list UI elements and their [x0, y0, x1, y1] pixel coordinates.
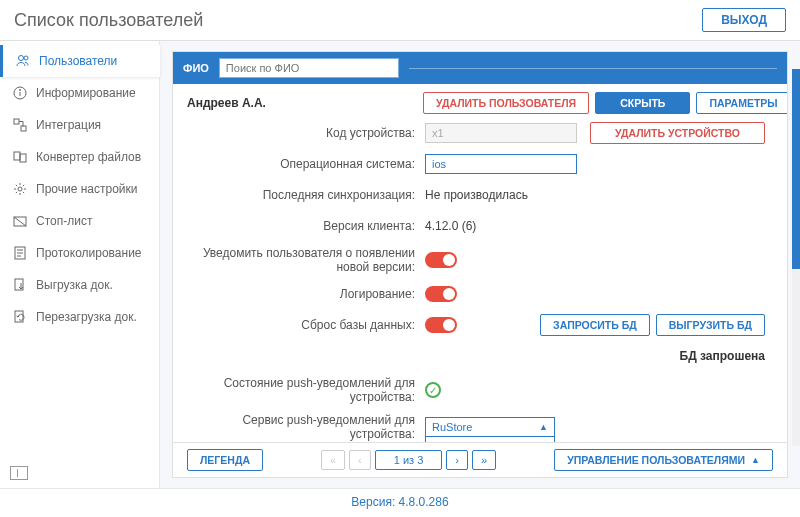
sidebar-item-other[interactable]: Прочие настройки [0, 173, 159, 205]
svg-point-1 [24, 56, 28, 60]
exit-button[interactable]: ВЫХОД [702, 8, 786, 32]
svg-line-11 [14, 217, 26, 226]
os-label: Операционная система: [187, 157, 425, 171]
search-input[interactable] [219, 58, 399, 78]
toolbar: ФИО [173, 52, 787, 84]
chevron-up-icon: ▲ [751, 455, 760, 465]
gear-icon [12, 181, 28, 197]
version-bar: Версия: 4.8.0.286 [0, 488, 800, 515]
sidebar-item-converter[interactable]: Конвертер файлов [0, 141, 159, 173]
db-status-text: БД запрошена [680, 349, 766, 363]
last-sync-label: Последняя синхронизация: [187, 188, 425, 202]
svg-rect-5 [14, 119, 19, 124]
last-sync-value: Не производилась [425, 188, 555, 202]
sidebar-item-logging[interactable]: Протоколирование [0, 237, 159, 269]
toolbar-label: ФИО [183, 62, 209, 74]
push-state-label: Состояние push-уведомлений для устройств… [187, 376, 425, 404]
stoplist-icon [12, 213, 28, 229]
page-indicator: 1 из 3 [375, 450, 443, 470]
delete-device-button[interactable]: УДАЛИТЬ УСТРОЙСТВО [590, 122, 765, 144]
converter-icon [12, 149, 28, 165]
svg-rect-7 [14, 152, 20, 160]
sidebar-item-label: Стоп-лист [36, 214, 92, 228]
page-next-button[interactable]: › [446, 450, 468, 470]
sidebar: Пользователи Информирование Интеграция К… [0, 41, 160, 488]
user-name: Андреев А.А. [187, 96, 417, 110]
svg-point-0 [19, 56, 24, 61]
page-first-button[interactable]: « [321, 450, 345, 470]
export-db-button[interactable]: ВЫГРУЗИТЬ БД [656, 314, 765, 336]
client-version-label: Версия клиента: [187, 219, 425, 233]
device-code-input [425, 123, 577, 143]
push-service-select[interactable]: RuStore ▲ [425, 417, 555, 437]
svg-point-4 [20, 90, 21, 91]
export-icon [12, 277, 28, 293]
sidebar-item-users[interactable]: Пользователи [0, 45, 160, 77]
reload-icon [12, 309, 28, 325]
params-button[interactable]: ПАРАМЕТРЫ [696, 92, 787, 114]
push-service-label: Сервис push-уведомлений для устройства: [187, 413, 425, 441]
sidebar-item-label: Протоколирование [36, 246, 142, 260]
svg-rect-8 [20, 154, 26, 162]
sidebar-item-integration[interactable]: Интеграция [0, 109, 159, 141]
svg-point-9 [18, 187, 22, 191]
sidebar-item-label: Интеграция [36, 118, 101, 132]
push-service-value: RuStore [432, 421, 472, 433]
hide-button[interactable]: СКРЫТЬ [595, 92, 690, 114]
page-prev-button[interactable]: ‹ [349, 450, 371, 470]
delete-user-button[interactable]: УДАЛИТЬ ПОЛЬЗОВАТЕЛЯ [423, 92, 589, 114]
sidebar-item-reload[interactable]: Перезагрузка док. [0, 301, 159, 333]
push-service-dropdown: Firebase RuStore [425, 437, 555, 442]
collapse-sidebar-button[interactable] [10, 466, 28, 480]
notify-new-version-label: Уведомить пользователя о появлении новой… [187, 246, 425, 274]
pagination: « ‹ 1 из 3 › » [321, 450, 496, 470]
page-title: Список пользователей [14, 10, 203, 31]
os-input[interactable] [425, 154, 577, 174]
sidebar-item-label: Выгрузка док. [36, 278, 113, 292]
sidebar-item-label: Пользователи [39, 54, 117, 68]
notify-new-version-toggle[interactable] [425, 252, 457, 268]
reset-db-label: Сброс базы данных: [187, 318, 425, 332]
reset-db-toggle[interactable] [425, 317, 457, 333]
check-circle-icon [425, 382, 441, 398]
manage-users-label: УПРАВЛЕНИЕ ПОЛЬЗОВАТЕЛЯМИ [567, 454, 745, 466]
svg-rect-6 [21, 126, 26, 131]
chevron-up-icon: ▲ [539, 422, 548, 432]
logging-label: Логирование: [187, 287, 425, 301]
integration-icon [12, 117, 28, 133]
dropdown-option-firebase[interactable]: Firebase [426, 437, 554, 442]
device-code-label: Код устройства: [187, 126, 425, 140]
legend-button[interactable]: ЛЕГЕНДА [187, 449, 263, 471]
sidebar-item-stoplist[interactable]: Стоп-лист [0, 205, 159, 237]
logging-toggle[interactable] [425, 286, 457, 302]
sidebar-item-label: Перезагрузка док. [36, 310, 137, 324]
sidebar-item-label: Информирование [36, 86, 136, 100]
sidebar-item-label: Конвертер файлов [36, 150, 141, 164]
sidebar-item-inform[interactable]: Информирование [0, 77, 159, 109]
logging-icon [12, 245, 28, 261]
users-icon [15, 53, 31, 69]
toolbar-divider [409, 68, 777, 69]
request-db-button[interactable]: ЗАПРОСИТЬ БД [540, 314, 650, 336]
page-last-button[interactable]: » [472, 450, 496, 470]
client-version-value: 4.12.0 (6) [425, 219, 555, 233]
sidebar-item-label: Прочие настройки [36, 182, 137, 196]
sidebar-item-export[interactable]: Выгрузка док. [0, 269, 159, 301]
info-icon [12, 85, 28, 101]
manage-users-button[interactable]: УПРАВЛЕНИЕ ПОЛЬЗОВАТЕЛЯМИ ▲ [554, 449, 773, 471]
